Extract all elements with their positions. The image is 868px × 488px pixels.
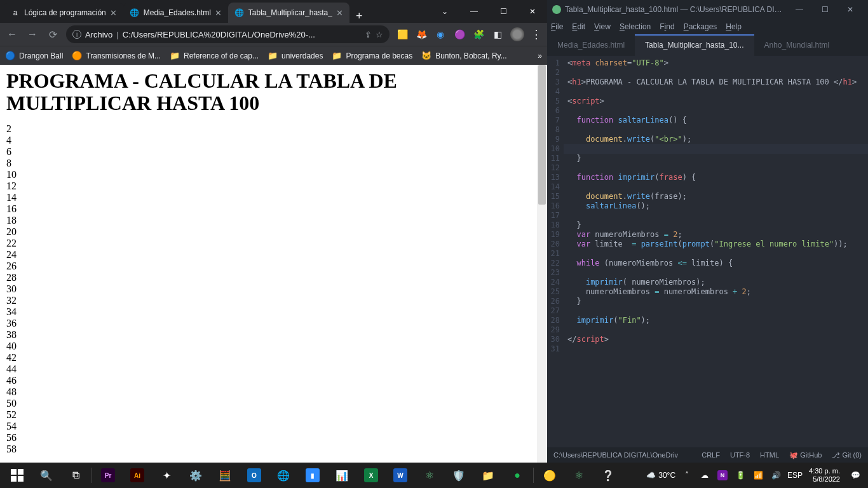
extension-icon[interactable]: ◉: [434, 28, 447, 41]
status-github[interactable]: 🐙 GitHub: [789, 451, 822, 459]
bookmark-item[interactable]: 🟠Transmisiones de M...: [72, 51, 161, 61]
search-button[interactable]: 🔍: [32, 463, 61, 488]
menu-help[interactable]: Help: [726, 22, 742, 31]
tray-onedrive-icon[interactable]: ☁: [698, 471, 711, 480]
output-line: 20: [6, 226, 531, 238]
status-language[interactable]: HTML: [760, 451, 779, 459]
taskbar-app-edge[interactable]: 🌐: [269, 463, 298, 488]
taskbar-app-premiere[interactable]: Pr: [93, 463, 123, 488]
menu-file[interactable]: File: [551, 22, 563, 31]
tray-chevron-icon[interactable]: ˄: [681, 471, 693, 480]
atom-title: Tabla_Multiplicar_hasta_100.html — C:\Us…: [565, 5, 783, 14]
chrome-tab-1[interactable]: 🌐 Media_Edades.html ✕: [123, 3, 228, 23]
scrollbar-thumb[interactable]: [538, 65, 546, 205]
side-panel-icon[interactable]: ◧: [491, 28, 504, 41]
taskbar-app-filmora[interactable]: ✦: [152, 463, 181, 488]
atom-editor[interactable]: 1234567891011121314151617181920212223242…: [547, 56, 868, 447]
bookmark-item[interactable]: 📁Programa de becas: [332, 51, 412, 61]
output-line: 42: [6, 352, 531, 363]
tray-wifi-icon[interactable]: 📶: [752, 471, 764, 480]
tray-volume-icon[interactable]: 🔊: [770, 471, 782, 480]
taskbar-app-calculator[interactable]: 🧮: [210, 463, 240, 488]
tray-onenote-icon[interactable]: N: [716, 470, 729, 480]
url-scheme-label: Archivo: [85, 30, 112, 39]
status-encoding[interactable]: UTF-8: [730, 451, 750, 459]
taskbar-app-security[interactable]: 🛡️: [444, 463, 473, 488]
status-git[interactable]: ⎇ Git (0): [832, 451, 862, 459]
taskbar-app-stats[interactable]: 📊: [327, 463, 356, 488]
start-button[interactable]: [3, 463, 32, 488]
taskbar-app-help[interactable]: ❔: [593, 463, 623, 488]
menu-selection[interactable]: Selection: [620, 22, 651, 31]
address-bar[interactable]: i Archivo | C:/Users/REPUBLICA%20DIGITAL…: [66, 25, 390, 43]
forward-button[interactable]: →: [25, 29, 39, 40]
menu-view[interactable]: View: [594, 22, 611, 31]
taskbar-app-illustrator[interactable]: Ai: [123, 463, 152, 488]
bookmark-item[interactable]: 🐱Bunton, Bobcat, Ry...: [421, 51, 507, 61]
reload-button[interactable]: ⟳: [46, 29, 60, 41]
atom-tab-1[interactable]: Tabla_Multiplicar_hasta_10...: [635, 34, 754, 56]
taskbar-app-outlook[interactable]: O: [240, 463, 269, 488]
close-icon[interactable]: ✕: [336, 8, 343, 18]
output-line: 52: [6, 409, 531, 421]
taskbar-app-atom[interactable]: ⚛: [415, 463, 444, 488]
menu-edit[interactable]: Edit: [572, 22, 585, 31]
chrome-tab-2[interactable]: 🌐 Tabla_Multiplicar_hasta_ ✕: [228, 3, 349, 23]
atom-tab-0[interactable]: Media_Edades.html: [547, 34, 635, 56]
bookmarks-overflow-button[interactable]: »: [538, 51, 542, 60]
close-icon[interactable]: ✕: [215, 8, 222, 18]
output-lines: 2468101214161820222426283032343638404244…: [6, 123, 531, 455]
maximize-button[interactable]: ☐: [812, 5, 837, 14]
taskbar-app-zoom[interactable]: ▮: [298, 463, 327, 488]
extensions-menu-icon[interactable]: 🧩: [472, 28, 485, 41]
bookmark-label: Bunton, Bobcat, Ry...: [435, 51, 507, 60]
taskbar-app-word[interactable]: W: [386, 463, 415, 488]
star-icon[interactable]: ☆: [376, 30, 383, 39]
taskbar-app-explorer[interactable]: 📁: [473, 463, 503, 488]
chrome-menu-button[interactable]: ⋮: [531, 27, 542, 41]
tray-notifications-icon[interactable]: 💬: [849, 471, 862, 480]
minimize-button[interactable]: —: [459, 2, 489, 21]
weather-widget[interactable]: ☁️ 30°C: [646, 471, 675, 480]
bookmark-item[interactable]: 🔵Drangon Ball: [5, 51, 63, 61]
site-info-icon[interactable]: i: [72, 30, 81, 39]
svg-rect-2: [11, 476, 17, 482]
status-path[interactable]: C:\Users\REPUBLICA DIGITAL\OneDriv: [553, 451, 691, 459]
output-line: 30: [6, 283, 531, 295]
task-view-button[interactable]: ⧉: [61, 463, 90, 488]
atom-tab-2[interactable]: Anho_Mundial.html: [754, 34, 840, 56]
svg-rect-0: [11, 469, 17, 475]
taskbar-app-atom-2[interactable]: ⚛: [564, 463, 593, 488]
close-button[interactable]: ✕: [837, 5, 863, 14]
status-eol[interactable]: CRLF: [702, 451, 720, 459]
bookmark-item[interactable]: 📁univerdades: [268, 51, 323, 61]
tray-language[interactable]: ESP: [787, 471, 800, 480]
taskbar-app-settings[interactable]: ⚙️: [181, 463, 210, 488]
profile-avatar[interactable]: [510, 27, 524, 41]
taskbar-app-excel[interactable]: X: [356, 463, 386, 488]
taskbar-app-spotify[interactable]: ●: [503, 463, 532, 488]
extension-icon[interactable]: 🟨: [396, 28, 409, 41]
menu-packages[interactable]: Packages: [684, 22, 717, 31]
taskbar-app-chrome[interactable]: 🟡: [535, 463, 564, 488]
output-line: 22: [6, 238, 531, 249]
back-button[interactable]: ←: [5, 29, 19, 40]
tray-clock[interactable]: 4:30 p. m. 5/8/2022: [805, 467, 844, 484]
minimize-button[interactable]: —: [787, 5, 812, 14]
tab-favicon: a: [10, 8, 20, 18]
tab-search-icon[interactable]: ⌄: [430, 2, 459, 21]
extension-icon[interactable]: 🦊: [415, 28, 428, 41]
menu-find[interactable]: Find: [660, 22, 674, 31]
tray-battery-icon[interactable]: 🔋: [734, 471, 747, 480]
maximize-button[interactable]: ☐: [489, 2, 518, 21]
vertical-scrollbar[interactable]: [537, 65, 547, 463]
close-button[interactable]: ✕: [518, 2, 547, 21]
code-area[interactable]: <meta charset="UTF-8"> <h1>PROGRAMA - CA…: [564, 56, 868, 447]
bookmark-item[interactable]: 📁Reference of de cap...: [170, 51, 259, 61]
share-icon[interactable]: ⇪: [365, 30, 372, 39]
close-icon[interactable]: ✕: [110, 8, 117, 18]
chrome-tab-0[interactable]: a Lógica de programación ✕: [4, 3, 123, 23]
new-tab-button[interactable]: +: [349, 10, 369, 23]
extension-icon[interactable]: 🟣: [453, 28, 466, 41]
bookmark-icon: 🐱: [421, 51, 431, 61]
